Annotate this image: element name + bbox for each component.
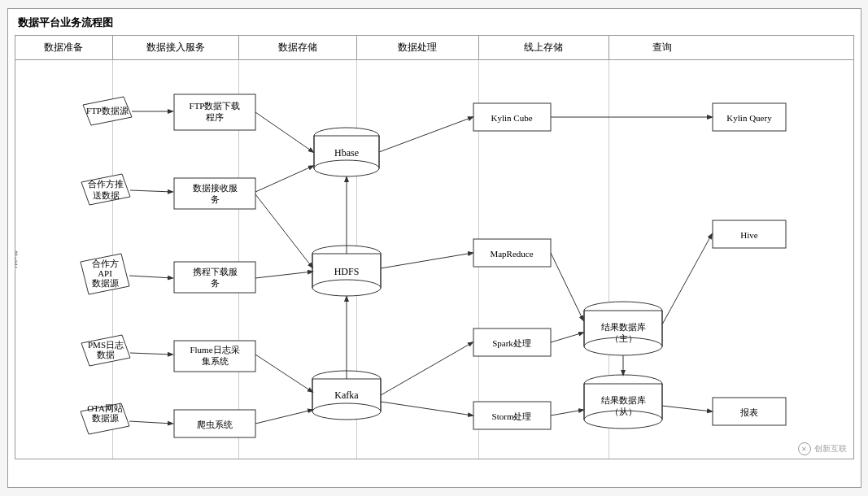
ota-label1: OTA网站 bbox=[87, 403, 123, 413]
svg-line-45 bbox=[130, 353, 172, 355]
storm-label: Storm处理 bbox=[491, 411, 531, 421]
svg-line-53 bbox=[379, 117, 473, 152]
diagram-title: 数据平台业务流程图 bbox=[11, 12, 857, 33]
mapreduce-label: MapReduce bbox=[490, 249, 533, 259]
diagram-wrapper: 数据平台业务流程图 数据准备 数据接入服务 数据存储 数据处理 线上存储 查询 bbox=[7, 8, 861, 488]
result-master-label1: 结果数据库 bbox=[600, 322, 645, 332]
svg-line-60 bbox=[551, 253, 583, 320]
svg-line-48 bbox=[255, 166, 313, 192]
partner-api-label2: API bbox=[98, 268, 112, 278]
kafka-label: Kafka bbox=[334, 389, 359, 401]
data-recv-label1: 数据接收服 bbox=[192, 183, 237, 193]
kylin-query-label: Kylin Query bbox=[726, 113, 772, 123]
partner-api-label3: 数据源 bbox=[91, 278, 118, 288]
left-label: 后端 bbox=[15, 250, 20, 268]
partner-api-label1: 合作方 bbox=[91, 259, 118, 268]
col-header-1: 数据准备 bbox=[15, 36, 113, 59]
watermark-text: 创新互联 bbox=[814, 443, 847, 455]
partner-push-label2: 送数据 bbox=[92, 190, 119, 200]
svg-line-61 bbox=[551, 333, 583, 342]
result-slave-label2: （从） bbox=[609, 407, 636, 416]
svg-line-49 bbox=[255, 194, 312, 268]
svg-line-63 bbox=[662, 234, 712, 324]
report-label: 报表 bbox=[739, 407, 758, 417]
svg-point-24 bbox=[312, 403, 381, 420]
svg-point-14 bbox=[314, 160, 379, 176]
hdfs-label: HDFS bbox=[334, 266, 359, 277]
pms-label1: PMS日志 bbox=[87, 340, 123, 350]
svg-line-46 bbox=[129, 421, 172, 424]
watermark: ✕ 创新互联 bbox=[798, 442, 847, 455]
ftp-dl-label2: 程序 bbox=[206, 112, 224, 122]
hbase-label: Hbase bbox=[334, 147, 359, 159]
svg-line-55 bbox=[381, 253, 473, 268]
ota-label2: 数据源 bbox=[91, 413, 118, 423]
svg-line-52 bbox=[255, 410, 312, 424]
svg-line-62 bbox=[551, 410, 583, 416]
data-recv-label2: 务 bbox=[210, 194, 219, 204]
col-header-2: 数据接入服务 bbox=[113, 36, 239, 59]
ftp-dl-label1: FTP数据下载 bbox=[189, 101, 240, 111]
col-header-5: 线上存储 bbox=[479, 36, 609, 59]
column-headers: 数据准备 数据接入服务 数据存储 数据处理 线上存储 查询 bbox=[15, 36, 853, 60]
svg-point-19 bbox=[312, 280, 381, 296]
partner-push-label1: 合作方推 bbox=[88, 179, 124, 189]
result-slave-label1: 结果数据库 bbox=[600, 395, 645, 405]
diagram-svg: FTP数据源 合作方推 送数据 合作方 API 数据源 PMS日志 数据 OTA… bbox=[15, 60, 853, 459]
crawl-dl-label1: 携程下载服 bbox=[192, 267, 237, 276]
crawler-label: 爬虫系统 bbox=[197, 420, 233, 429]
svg-line-50 bbox=[255, 272, 312, 278]
flume-label1: Flume日志采 bbox=[190, 345, 239, 355]
kylin-cube-label: Kylin Cube bbox=[491, 113, 532, 123]
svg-line-64 bbox=[662, 406, 712, 411]
svg-line-58 bbox=[381, 402, 473, 416]
col-header-4: 数据处理 bbox=[357, 36, 479, 59]
content-area: FTP数据源 合作方推 送数据 合作方 API 数据源 PMS日志 数据 OTA… bbox=[15, 60, 853, 459]
crawl-dl-label2: 务 bbox=[210, 278, 219, 288]
hive-label: Hive bbox=[740, 230, 758, 240]
svg-line-47 bbox=[255, 112, 313, 152]
col-header-6: 查询 bbox=[609, 36, 715, 59]
pms-label2: 数据 bbox=[97, 350, 115, 359]
svg-line-44 bbox=[129, 276, 172, 278]
svg-line-57 bbox=[381, 342, 473, 395]
flume-label2: 集系统 bbox=[201, 356, 228, 366]
result-master-label2: （主） bbox=[609, 333, 636, 343]
diagram-main: 数据准备 数据接入服务 数据存储 数据处理 线上存储 查询 bbox=[15, 35, 854, 459]
ftp-source-label: FTP数据源 bbox=[86, 106, 129, 115]
svg-line-43 bbox=[130, 190, 172, 192]
spark-label: Spark处理 bbox=[492, 338, 531, 348]
watermark-icon: ✕ bbox=[798, 442, 811, 455]
svg-line-51 bbox=[255, 355, 312, 392]
col-header-3: 数据存储 bbox=[239, 36, 357, 59]
